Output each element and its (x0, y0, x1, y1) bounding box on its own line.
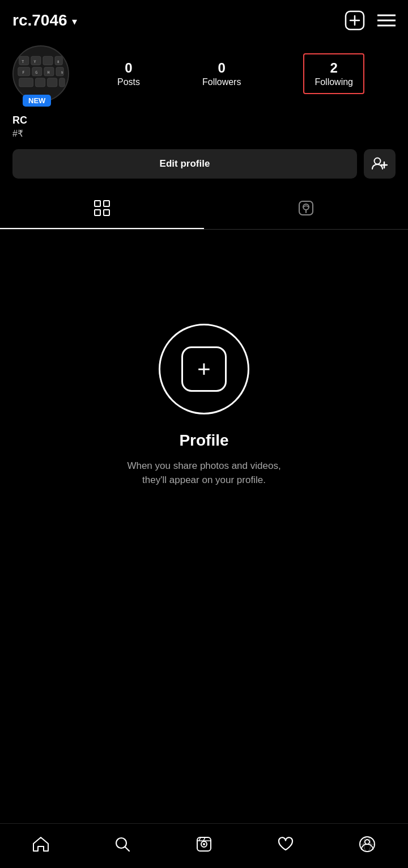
bottom-nav (0, 823, 408, 868)
svg-point-45 (365, 840, 369, 844)
svg-text:Y: Y (33, 60, 36, 64)
header-left: rc.7046 ▾ (12, 11, 77, 29)
empty-title: Profile (179, 431, 228, 450)
svg-point-26 (375, 158, 381, 164)
stats-row: 0 Posts 0 Followers 2 Following (80, 53, 396, 94)
following-label: Following (314, 77, 353, 87)
nav-profile[interactable] (350, 832, 384, 857)
tabs-row (0, 191, 408, 230)
header-right (345, 10, 396, 31)
svg-point-40 (203, 843, 205, 845)
menu-icon[interactable] (377, 14, 396, 27)
nav-search[interactable] (105, 832, 139, 857)
empty-subtitle: When you share photos and videos,they'll… (127, 459, 280, 488)
followers-stat[interactable]: 0 Followers (202, 60, 241, 87)
svg-rect-30 (104, 201, 109, 206)
svg-text:9: 9 (61, 71, 63, 74)
plus-box-icon: + (181, 346, 227, 392)
empty-state-icon: + (159, 324, 249, 414)
add-post-icon[interactable] (345, 10, 365, 31)
tab-tagged[interactable] (204, 191, 408, 229)
nav-reels[interactable] (187, 832, 221, 857)
tab-grid[interactable] (0, 191, 204, 229)
add-person-button[interactable] (364, 149, 396, 179)
profile-name: RC (12, 115, 396, 126)
followers-label: Followers (202, 77, 241, 87)
profile-section: T Y F G H 8 9 NEW 0 Posts 0 Followers 2 … (0, 36, 408, 107)
svg-text:8: 8 (57, 60, 60, 63)
svg-rect-32 (104, 210, 109, 215)
svg-text:H: H (47, 70, 49, 75)
username-label[interactable]: rc.7046 (12, 11, 67, 29)
edit-profile-button[interactable]: Edit profile (12, 149, 357, 179)
profile-bio: #₹ (12, 128, 396, 139)
posts-label: Posts (117, 77, 140, 87)
profile-name-section: RC #₹ (0, 107, 408, 141)
posts-stat[interactable]: 0 Posts (117, 60, 140, 87)
svg-text:T: T (22, 60, 24, 64)
svg-rect-9 (43, 56, 53, 65)
header: rc.7046 ▾ (0, 0, 408, 36)
svg-rect-18 (60, 78, 65, 87)
plus-icon: + (197, 358, 210, 380)
empty-state: + Profile When you share photos and vide… (0, 230, 408, 558)
nav-likes[interactable] (269, 832, 303, 857)
svg-rect-16 (35, 78, 45, 87)
svg-rect-29 (95, 201, 100, 206)
nav-home[interactable] (24, 832, 58, 857)
svg-rect-31 (95, 210, 100, 215)
svg-text:F: F (22, 70, 24, 75)
svg-line-37 (125, 847, 129, 851)
following-stat[interactable]: 2 Following (303, 53, 364, 94)
svg-text:G: G (35, 70, 37, 75)
svg-rect-17 (48, 78, 57, 87)
new-badge: NEW (23, 95, 51, 107)
following-count: 2 (330, 60, 338, 76)
avatar: T Y F G H 8 9 (12, 45, 69, 102)
chevron-down-icon[interactable]: ▾ (72, 15, 77, 28)
grid-icon (94, 200, 110, 220)
tagged-icon (298, 200, 314, 220)
followers-count: 0 (218, 60, 226, 76)
svg-rect-15 (19, 78, 33, 87)
action-buttons: Edit profile (0, 141, 408, 187)
avatar-wrap: T Y F G H 8 9 NEW (12, 45, 80, 102)
posts-count: 0 (125, 60, 132, 76)
